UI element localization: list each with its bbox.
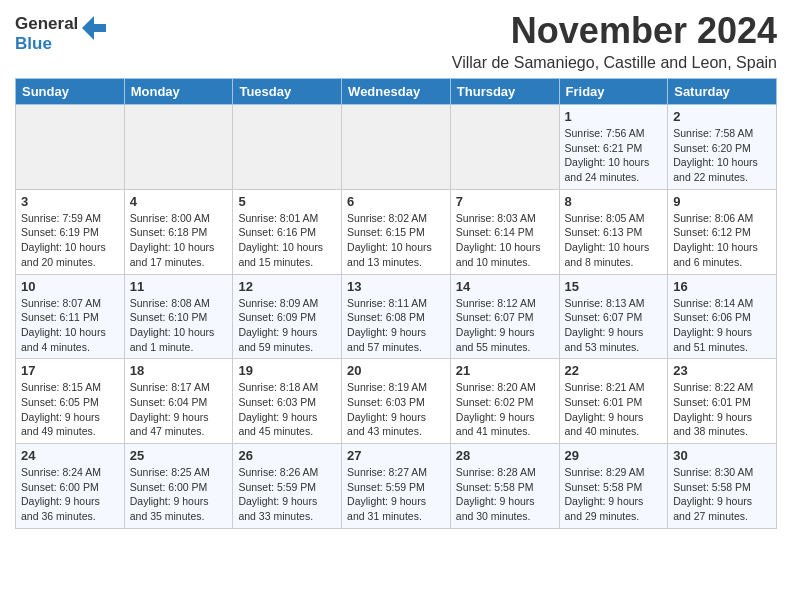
day-cell: 23Sunrise: 8:22 AM Sunset: 6:01 PM Dayli…: [668, 359, 777, 444]
day-cell: 2Sunrise: 7:58 AM Sunset: 6:20 PM Daylig…: [668, 105, 777, 190]
day-info: Sunrise: 8:09 AM Sunset: 6:09 PM Dayligh…: [238, 296, 336, 355]
day-info: Sunrise: 8:27 AM Sunset: 5:59 PM Dayligh…: [347, 465, 445, 524]
day-info: Sunrise: 8:18 AM Sunset: 6:03 PM Dayligh…: [238, 380, 336, 439]
day-header-monday: Monday: [124, 79, 233, 105]
day-cell: [124, 105, 233, 190]
day-number: 22: [565, 363, 663, 378]
day-cell: 18Sunrise: 8:17 AM Sunset: 6:04 PM Dayli…: [124, 359, 233, 444]
day-number: 16: [673, 279, 771, 294]
day-info: Sunrise: 8:30 AM Sunset: 5:58 PM Dayligh…: [673, 465, 771, 524]
day-number: 6: [347, 194, 445, 209]
day-number: 23: [673, 363, 771, 378]
day-info: Sunrise: 8:12 AM Sunset: 6:07 PM Dayligh…: [456, 296, 554, 355]
day-cell: 24Sunrise: 8:24 AM Sunset: 6:00 PM Dayli…: [16, 444, 125, 529]
day-cell: 8Sunrise: 8:05 AM Sunset: 6:13 PM Daylig…: [559, 189, 668, 274]
day-cell: 14Sunrise: 8:12 AM Sunset: 6:07 PM Dayli…: [450, 274, 559, 359]
day-number: 29: [565, 448, 663, 463]
day-info: Sunrise: 8:01 AM Sunset: 6:16 PM Dayligh…: [238, 211, 336, 270]
day-number: 28: [456, 448, 554, 463]
day-info: Sunrise: 8:22 AM Sunset: 6:01 PM Dayligh…: [673, 380, 771, 439]
day-cell: [233, 105, 342, 190]
day-info: Sunrise: 8:03 AM Sunset: 6:14 PM Dayligh…: [456, 211, 554, 270]
day-info: Sunrise: 8:07 AM Sunset: 6:11 PM Dayligh…: [21, 296, 119, 355]
day-number: 12: [238, 279, 336, 294]
logo-arrow-icon: [80, 14, 108, 42]
day-cell: 25Sunrise: 8:25 AM Sunset: 6:00 PM Dayli…: [124, 444, 233, 529]
week-row-1: 1Sunrise: 7:56 AM Sunset: 6:21 PM Daylig…: [16, 105, 777, 190]
day-cell: 17Sunrise: 8:15 AM Sunset: 6:05 PM Dayli…: [16, 359, 125, 444]
day-number: 9: [673, 194, 771, 209]
day-cell: 10Sunrise: 8:07 AM Sunset: 6:11 PM Dayli…: [16, 274, 125, 359]
header-row: SundayMondayTuesdayWednesdayThursdayFrid…: [16, 79, 777, 105]
week-row-3: 10Sunrise: 8:07 AM Sunset: 6:11 PM Dayli…: [16, 274, 777, 359]
day-number: 8: [565, 194, 663, 209]
day-cell: 29Sunrise: 8:29 AM Sunset: 5:58 PM Dayli…: [559, 444, 668, 529]
day-cell: 15Sunrise: 8:13 AM Sunset: 6:07 PM Dayli…: [559, 274, 668, 359]
day-number: 27: [347, 448, 445, 463]
day-info: Sunrise: 8:20 AM Sunset: 6:02 PM Dayligh…: [456, 380, 554, 439]
logo-blue-text: Blue: [15, 34, 52, 53]
day-info: Sunrise: 8:25 AM Sunset: 6:00 PM Dayligh…: [130, 465, 228, 524]
day-info: Sunrise: 7:56 AM Sunset: 6:21 PM Dayligh…: [565, 126, 663, 185]
day-info: Sunrise: 8:17 AM Sunset: 6:04 PM Dayligh…: [130, 380, 228, 439]
day-cell: 28Sunrise: 8:28 AM Sunset: 5:58 PM Dayli…: [450, 444, 559, 529]
day-header-thursday: Thursday: [450, 79, 559, 105]
day-info: Sunrise: 8:26 AM Sunset: 5:59 PM Dayligh…: [238, 465, 336, 524]
calendar-table: SundayMondayTuesdayWednesdayThursdayFrid…: [15, 78, 777, 529]
day-header-saturday: Saturday: [668, 79, 777, 105]
day-number: 17: [21, 363, 119, 378]
day-number: 24: [21, 448, 119, 463]
day-number: 5: [238, 194, 336, 209]
day-cell: 26Sunrise: 8:26 AM Sunset: 5:59 PM Dayli…: [233, 444, 342, 529]
day-cell: 3Sunrise: 7:59 AM Sunset: 6:19 PM Daylig…: [16, 189, 125, 274]
logo: General Blue: [15, 14, 108, 54]
day-header-wednesday: Wednesday: [342, 79, 451, 105]
day-number: 14: [456, 279, 554, 294]
day-info: Sunrise: 8:28 AM Sunset: 5:58 PM Dayligh…: [456, 465, 554, 524]
day-cell: 20Sunrise: 8:19 AM Sunset: 6:03 PM Dayli…: [342, 359, 451, 444]
title-section: November 2024 Villar de Samaniego, Casti…: [452, 10, 777, 72]
day-number: 30: [673, 448, 771, 463]
week-row-4: 17Sunrise: 8:15 AM Sunset: 6:05 PM Dayli…: [16, 359, 777, 444]
day-cell: [450, 105, 559, 190]
week-row-5: 24Sunrise: 8:24 AM Sunset: 6:00 PM Dayli…: [16, 444, 777, 529]
day-cell: 7Sunrise: 8:03 AM Sunset: 6:14 PM Daylig…: [450, 189, 559, 274]
day-info: Sunrise: 7:58 AM Sunset: 6:20 PM Dayligh…: [673, 126, 771, 185]
day-cell: 27Sunrise: 8:27 AM Sunset: 5:59 PM Dayli…: [342, 444, 451, 529]
day-cell: 9Sunrise: 8:06 AM Sunset: 6:12 PM Daylig…: [668, 189, 777, 274]
day-info: Sunrise: 7:59 AM Sunset: 6:19 PM Dayligh…: [21, 211, 119, 270]
day-info: Sunrise: 8:08 AM Sunset: 6:10 PM Dayligh…: [130, 296, 228, 355]
day-header-sunday: Sunday: [16, 79, 125, 105]
day-header-tuesday: Tuesday: [233, 79, 342, 105]
svg-marker-0: [82, 16, 106, 40]
day-info: Sunrise: 8:21 AM Sunset: 6:01 PM Dayligh…: [565, 380, 663, 439]
day-header-friday: Friday: [559, 79, 668, 105]
location-subtitle: Villar de Samaniego, Castille and Leon, …: [452, 54, 777, 72]
day-cell: 30Sunrise: 8:30 AM Sunset: 5:58 PM Dayli…: [668, 444, 777, 529]
day-cell: 5Sunrise: 8:01 AM Sunset: 6:16 PM Daylig…: [233, 189, 342, 274]
day-info: Sunrise: 8:11 AM Sunset: 6:08 PM Dayligh…: [347, 296, 445, 355]
day-number: 19: [238, 363, 336, 378]
day-info: Sunrise: 8:02 AM Sunset: 6:15 PM Dayligh…: [347, 211, 445, 270]
day-info: Sunrise: 8:13 AM Sunset: 6:07 PM Dayligh…: [565, 296, 663, 355]
day-number: 20: [347, 363, 445, 378]
day-cell: [16, 105, 125, 190]
day-cell: 1Sunrise: 7:56 AM Sunset: 6:21 PM Daylig…: [559, 105, 668, 190]
day-cell: 6Sunrise: 8:02 AM Sunset: 6:15 PM Daylig…: [342, 189, 451, 274]
day-cell: 19Sunrise: 8:18 AM Sunset: 6:03 PM Dayli…: [233, 359, 342, 444]
day-cell: 12Sunrise: 8:09 AM Sunset: 6:09 PM Dayli…: [233, 274, 342, 359]
day-cell: 16Sunrise: 8:14 AM Sunset: 6:06 PM Dayli…: [668, 274, 777, 359]
day-number: 13: [347, 279, 445, 294]
day-cell: 13Sunrise: 8:11 AM Sunset: 6:08 PM Dayli…: [342, 274, 451, 359]
day-number: 15: [565, 279, 663, 294]
day-cell: 21Sunrise: 8:20 AM Sunset: 6:02 PM Dayli…: [450, 359, 559, 444]
day-info: Sunrise: 8:19 AM Sunset: 6:03 PM Dayligh…: [347, 380, 445, 439]
day-info: Sunrise: 8:15 AM Sunset: 6:05 PM Dayligh…: [21, 380, 119, 439]
week-row-2: 3Sunrise: 7:59 AM Sunset: 6:19 PM Daylig…: [16, 189, 777, 274]
month-title: November 2024: [452, 10, 777, 52]
day-number: 7: [456, 194, 554, 209]
day-number: 25: [130, 448, 228, 463]
day-cell: [342, 105, 451, 190]
day-info: Sunrise: 8:00 AM Sunset: 6:18 PM Dayligh…: [130, 211, 228, 270]
day-number: 18: [130, 363, 228, 378]
